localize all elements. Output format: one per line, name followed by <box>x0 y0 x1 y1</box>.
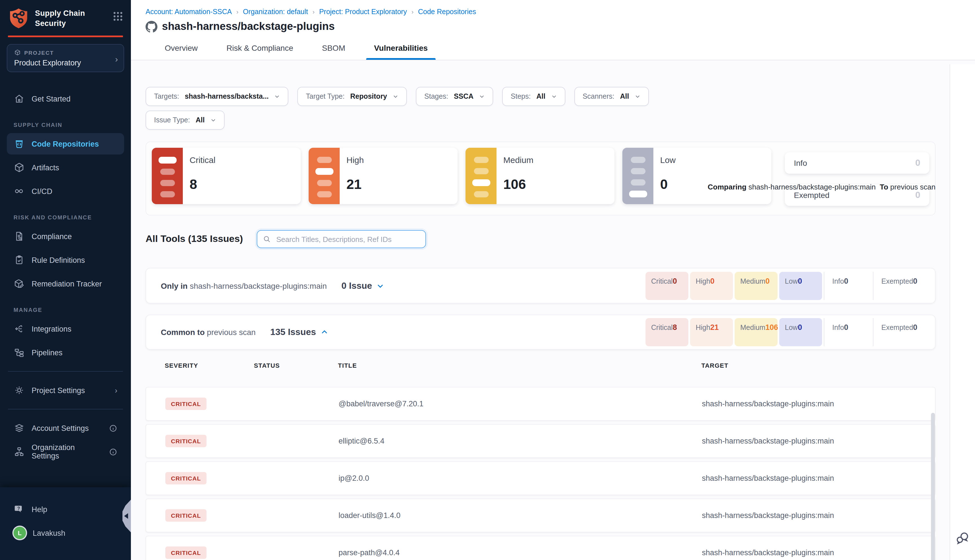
section-label-supply-chain: SUPPLY CHAIN <box>7 122 124 128</box>
issue-title: loader-utils@1.4.0 <box>339 511 401 520</box>
table-row[interactable]: CRITICAL elliptic@6.5.4 shash-harness/ba… <box>145 424 935 458</box>
sidebar-item-cicd[interactable]: CI/CD <box>7 180 124 202</box>
infinity-icon <box>13 185 25 197</box>
filter-issue-type[interactable]: Issue Type:All <box>145 110 224 130</box>
sidebar-item-label: Code Repositories <box>32 140 99 148</box>
svg-text:?: ? <box>17 506 20 511</box>
sidebar-item-integrations[interactable]: Integrations <box>7 318 124 340</box>
divider <box>8 409 123 410</box>
issue-target: shash-harness/backstage-plugins:main <box>702 437 834 445</box>
sidebar-footer: ? Help L Lavakush <box>0 487 131 560</box>
tab-overview[interactable]: Overview <box>157 38 206 60</box>
filter-scanners[interactable]: Scanners:All <box>574 87 649 106</box>
only-in-count-toggle[interactable]: 0 Issue <box>341 280 384 291</box>
severity-card-value: 21 <box>346 177 364 192</box>
severity-card-critical[interactable]: Critical 8 <box>152 148 301 204</box>
severity-card-low[interactable]: Low 0 <box>622 148 771 204</box>
tab-vulnerabilities[interactable]: Vulnerabilities <box>366 38 436 60</box>
issue-rows: CRITICAL @babel/traverse@7.20.1 shash-ha… <box>145 387 935 560</box>
tab-risk-compliance[interactable]: Risk & Compliance <box>219 38 301 60</box>
severity-level-bar <box>152 148 183 204</box>
module-grid-icon[interactable] <box>113 7 123 22</box>
divider <box>131 60 975 60</box>
org-chart-icon <box>13 446 25 457</box>
severity-card-label: Exempted <box>794 191 830 200</box>
severity-card-value: 0 <box>915 190 920 200</box>
content: Targets:shash-harness/backsta... Target … <box>131 87 950 560</box>
sidebar-item-rule-definitions[interactable]: Rule Definitions <box>7 249 124 271</box>
project-selector[interactable]: PROJECT Product Exploratory › <box>7 44 124 72</box>
chip-info: Info0 <box>824 272 871 300</box>
severity-card-medium[interactable]: Medium 106 <box>466 148 614 204</box>
sidebar-item-pipelines[interactable]: Pipelines <box>7 342 124 363</box>
box-icon <box>13 162 25 173</box>
issue-title: ip@2.0.0 <box>339 474 369 482</box>
user-menu[interactable]: L Lavakush <box>7 522 124 543</box>
gear-icon <box>13 385 25 396</box>
breadcrumb-organization[interactable]: Organization: default <box>243 8 308 16</box>
sidebar-item-compliance[interactable]: Compliance <box>7 226 124 247</box>
chip-critical: Critical8 <box>646 318 688 346</box>
filter-target-type[interactable]: Target Type:Repository <box>297 87 407 106</box>
code-repo-icon <box>13 138 25 150</box>
avatar: L <box>13 527 26 539</box>
sidebar-item-label: Account Settings <box>32 424 89 432</box>
search-icon <box>263 235 270 243</box>
table-row[interactable]: CRITICAL @babel/traverse@7.20.1 shash-ha… <box>145 387 935 421</box>
sidebar-item-account-settings[interactable]: Account Settings <box>7 417 124 439</box>
breadcrumb-account[interactable]: Account: Automation-SSCA <box>145 8 232 16</box>
sidebar-item-get-started[interactable]: Get Started <box>7 88 124 109</box>
info-icon[interactable] <box>109 424 117 432</box>
tab-bar: Overview Risk & Compliance SBOM Vulnerab… <box>145 38 935 60</box>
chip-exempted: Exempted0 <box>873 318 920 346</box>
sidebar-item-organization-settings[interactable]: Organization Settings <box>7 441 124 462</box>
github-icon <box>145 21 157 32</box>
severity-card-high[interactable]: High 21 <box>309 148 457 204</box>
chat-feedback-icon[interactable] <box>955 531 970 545</box>
severity-level-bar <box>309 148 340 204</box>
filter-targets[interactable]: Targets:shash-harness/backsta... <box>145 87 288 106</box>
column-header-status: STATUS <box>254 362 280 369</box>
table-row[interactable]: CRITICAL loader-utils@1.4.0 shash-harnes… <box>145 498 935 532</box>
severity-badge: CRITICAL <box>165 509 207 522</box>
common-count-toggle[interactable]: 135 Issues <box>270 327 328 337</box>
info-icon[interactable] <box>109 447 117 456</box>
chevron-down-icon <box>274 93 280 99</box>
common-text: Common to previous scan <box>161 328 255 337</box>
table-row[interactable]: CRITICAL ip@2.0.0 shash-harness/backstag… <box>145 461 935 495</box>
sidebar: Supply Chain Security <box>0 0 131 560</box>
app-logo-row: Supply Chain Security <box>7 0 124 30</box>
filter-stages[interactable]: Stages:SSCA <box>416 87 493 106</box>
common-group: Common to previous scan 135 Issues Criti… <box>145 315 935 350</box>
brand-accent-rule <box>8 35 123 37</box>
breadcrumb-code-repositories[interactable]: Code Repositories <box>418 8 476 16</box>
table-row[interactable]: CRITICAL parse-path@4.0.4 shash-harness/… <box>145 536 935 560</box>
main-area: Account: Automation-SSCA › Organization:… <box>131 0 975 560</box>
sidebar-item-help[interactable]: ? Help <box>7 498 124 520</box>
severity-badge: CRITICAL <box>165 435 207 447</box>
severity-card-label: Medium <box>503 155 534 165</box>
sidebar-item-project-settings[interactable]: Project Settings › <box>7 380 124 401</box>
sidebar-item-remediation-tracker[interactable]: Remediation Tracker <box>7 273 124 294</box>
issue-target: shash-harness/backstage-plugins:main <box>702 548 834 557</box>
severity-level-bar <box>466 148 496 204</box>
sidebar-item-artifacts[interactable]: Artifacts <box>7 157 124 178</box>
sidebar-item-label: Project Settings <box>32 386 85 395</box>
breadcrumb-project[interactable]: Project: Product Exploratory <box>319 8 407 16</box>
table-scrollbar-thumb[interactable] <box>931 413 935 560</box>
project-cube-icon <box>14 49 21 56</box>
app-title: Supply Chain Security <box>35 7 107 28</box>
chip-low: Low0 <box>779 318 822 346</box>
severity-card-info[interactable]: Info 0 <box>785 152 929 174</box>
sidebar-item-code-repositories[interactable]: Code Repositories <box>7 133 124 155</box>
filter-steps[interactable]: Steps:All <box>502 87 565 106</box>
tab-sbom[interactable]: SBOM <box>314 38 353 60</box>
project-label: PROJECT <box>24 49 54 55</box>
project-name: Product Exploratory <box>14 58 117 67</box>
chip-exempted: Exempted0 <box>873 272 920 300</box>
chevron-down-icon <box>393 93 398 99</box>
issue-title: @babel/traverse@7.20.1 <box>339 400 424 408</box>
summary-side-column: Info 0 Exempted 0 <box>785 152 929 210</box>
sidebar-item-label: Compliance <box>32 232 72 240</box>
search-input[interactable] <box>275 234 419 244</box>
